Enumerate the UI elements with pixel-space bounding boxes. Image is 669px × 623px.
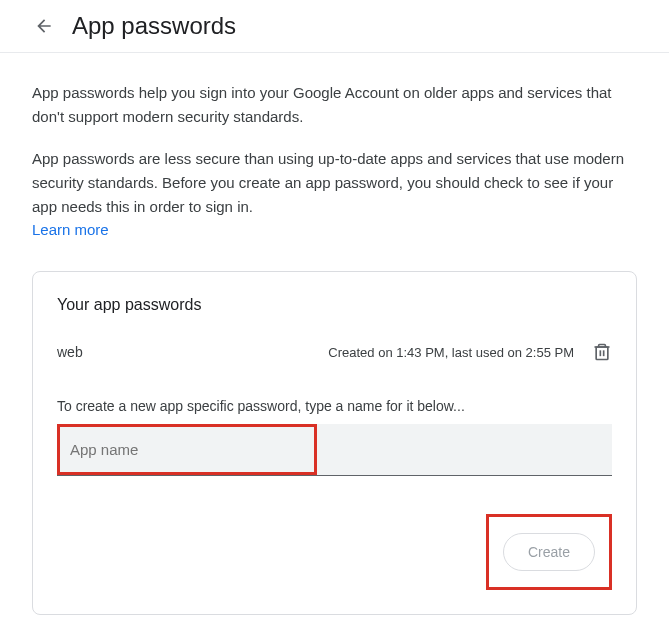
trash-icon[interactable] bbox=[592, 342, 612, 362]
action-row: Create bbox=[57, 514, 612, 590]
intro-paragraph-1: App passwords help you sign into your Go… bbox=[32, 81, 637, 129]
intro-paragraph-2: App passwords are less secure than using… bbox=[32, 147, 637, 219]
svg-rect-0 bbox=[596, 347, 608, 360]
learn-more-link[interactable]: Learn more bbox=[32, 221, 109, 238]
app-passwords-card: Your app passwords web Created on 1:43 P… bbox=[32, 271, 637, 615]
password-row: web Created on 1:43 PM, last used on 2:5… bbox=[57, 342, 612, 362]
app-name-input-row bbox=[57, 424, 612, 476]
input-highlight-box bbox=[57, 424, 317, 475]
page-title: App passwords bbox=[72, 12, 236, 40]
back-arrow-icon[interactable] bbox=[32, 14, 56, 38]
input-row-bg bbox=[317, 424, 612, 475]
page-header: App passwords bbox=[0, 0, 669, 53]
create-highlight-box: Create bbox=[486, 514, 612, 590]
password-row-right: Created on 1:43 PM, last used on 2:55 PM bbox=[328, 342, 612, 362]
create-instruction: To create a new app specific password, t… bbox=[57, 398, 612, 414]
main-content: App passwords help you sign into your Go… bbox=[0, 53, 669, 623]
password-name: web bbox=[57, 344, 83, 360]
create-button[interactable]: Create bbox=[503, 533, 595, 571]
password-meta: Created on 1:43 PM, last used on 2:55 PM bbox=[328, 345, 574, 360]
app-name-input[interactable] bbox=[60, 427, 314, 472]
card-title: Your app passwords bbox=[57, 296, 612, 314]
